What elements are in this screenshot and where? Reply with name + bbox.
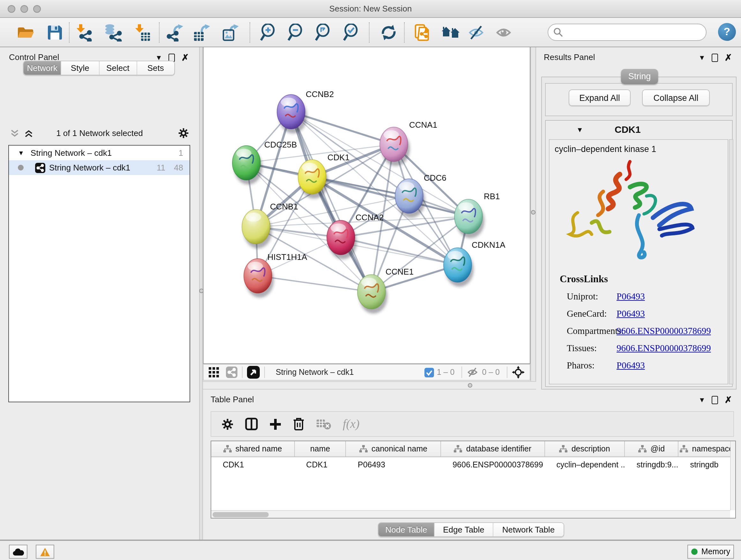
show-columns-icon[interactable] (245, 418, 258, 430)
network-row-selected[interactable]: String Network – cdk1 11 48 (9, 160, 190, 175)
selected-checkbox-icon[interactable] (425, 368, 434, 377)
toolbar-separator (250, 22, 250, 43)
control-panel-tabs: NetworkStyleSelectSets (23, 61, 175, 75)
panel-menu-icon[interactable]: ▼ (155, 54, 162, 61)
node-label-rb1: RB1 (484, 192, 500, 201)
network-node-ccne1[interactable] (357, 274, 387, 314)
network-edge[interactable] (258, 276, 372, 292)
table-vertical-scrollbar[interactable] (730, 441, 735, 510)
search-input[interactable] (548, 23, 706, 41)
column-header--id[interactable]: @id (625, 441, 679, 456)
table-cell[interactable]: CDK1 (211, 457, 294, 472)
apply-layout-button[interactable] (379, 23, 398, 42)
panel-menu-icon[interactable]: ▼ (698, 396, 705, 403)
gear-icon[interactable] (178, 128, 189, 138)
network-node-cdk1[interactable] (298, 160, 328, 199)
section-disclosure-icon[interactable]: ▼ (576, 126, 583, 133)
grid-view-icon[interactable] (209, 367, 219, 378)
table-row[interactable]: CDK1CDK1P064939606.ENSP00000378699cyclin… (211, 457, 735, 472)
float-panel-icon[interactable] (712, 53, 718, 62)
collection-disclosure-icon[interactable]: ▼ (18, 149, 24, 157)
left-splitter[interactable] (199, 47, 203, 540)
column-header-database-identifier[interactable]: database identifier (441, 441, 545, 456)
toolbar-separator (404, 22, 405, 43)
network-node-cdc25b[interactable] (232, 145, 262, 185)
column-header-canonical-name[interactable]: canonical name (346, 441, 441, 456)
open-session-button[interactable] (16, 23, 35, 42)
network-collection-row[interactable]: ▼ String Network – cdk1 1 (9, 145, 190, 160)
close-panel-icon[interactable]: ✗ (725, 395, 732, 405)
import-network-file-button[interactable] (74, 23, 93, 42)
tab-string[interactable]: String (621, 69, 658, 84)
network-node-ccnb2[interactable] (277, 95, 307, 133)
horizontal-splitter-handle[interactable] (468, 383, 472, 388)
network-canvas[interactable]: CCNB2CCNA1CDC25BCDK1CDC6RB1CCNB1CCNA2CDK… (203, 47, 530, 364)
tab-style[interactable]: Style (62, 61, 99, 75)
table-cell[interactable]: stringdb:9... (625, 457, 679, 472)
zoom-out-button[interactable] (286, 23, 305, 42)
network-column-icon (559, 445, 568, 453)
table-cell[interactable]: CDK1 (294, 457, 346, 472)
hide-selected-button[interactable] (467, 23, 486, 42)
show-all-networks-button[interactable] (441, 23, 460, 42)
node-label-ccna1: CCNA1 (409, 120, 437, 130)
new-network-from-selection-button[interactable] (414, 23, 433, 42)
close-panel-icon[interactable]: ✗ (182, 52, 189, 63)
share-view-icon[interactable] (226, 367, 238, 378)
pan-crosshair-icon[interactable] (512, 366, 525, 379)
delete-column-icon[interactable] (293, 418, 305, 430)
collapse-all-button[interactable]: Collapse All (642, 89, 710, 106)
close-panel-icon[interactable]: ✗ (725, 52, 732, 63)
table-cell[interactable]: cyclin–dependent ... (545, 457, 625, 472)
column-header-description[interactable]: description (545, 441, 625, 456)
tab-network[interactable]: Network (23, 61, 62, 75)
add-column-icon[interactable] (269, 418, 281, 430)
cloud-button[interactable] (9, 545, 27, 559)
results-scrollbar[interactable] (729, 139, 733, 384)
tab-network-table[interactable]: Network Table (493, 523, 563, 537)
tab-edge-table[interactable]: Edge Table (434, 523, 493, 537)
table-settings-gear-icon[interactable] (221, 418, 233, 430)
export-image-button[interactable] (221, 23, 240, 42)
table-cell[interactable]: stringdb (678, 457, 735, 472)
expand-all-button[interactable]: Expand All (569, 89, 630, 106)
memory-button[interactable]: Memory (687, 545, 734, 559)
show-hidden-button[interactable] (495, 23, 514, 42)
network-node-ccna2[interactable] (327, 220, 357, 259)
table-cell[interactable]: P06493 (346, 457, 441, 472)
export-network-button[interactable] (166, 23, 185, 42)
warnings-button[interactable] (36, 545, 54, 559)
network-edge[interactable] (341, 238, 458, 265)
birdseye-toggle-icon[interactable] (247, 366, 260, 379)
network-node-rb1[interactable] (455, 199, 484, 238)
save-session-button[interactable] (45, 23, 64, 42)
panel-menu-icon[interactable]: ▼ (698, 54, 705, 61)
zoom-fit-button[interactable] (313, 23, 333, 42)
crosslink-link[interactable]: P06493 (616, 308, 645, 319)
tab-select[interactable]: Select (99, 61, 137, 75)
export-table-button[interactable] (192, 23, 211, 42)
column-header-namespace[interactable]: namespace (678, 441, 735, 456)
zoom-in-button[interactable] (259, 23, 278, 42)
cdk1-section-header[interactable]: ▼ CDK1 (546, 121, 732, 139)
tab-node-table[interactable]: Node Table (379, 523, 434, 537)
float-panel-icon[interactable] (712, 395, 718, 404)
crosslink-link[interactable]: P06493 (616, 291, 645, 302)
column-header-name[interactable]: name (294, 441, 346, 456)
crosslink-link[interactable]: P06493 (616, 360, 645, 371)
crosslink-link[interactable]: 9606.ENSP00000378699 (616, 343, 711, 354)
network-edge[interactable] (291, 112, 372, 292)
help-button[interactable]: ? (718, 23, 736, 41)
zoom-selected-button[interactable] (341, 23, 360, 42)
network-node-hist1h1a[interactable] (244, 259, 274, 298)
import-table-file-button[interactable] (133, 23, 152, 42)
crosslink-link[interactable]: 9606.ENSP00000378699 (616, 326, 711, 336)
network-node-cdkn1a[interactable] (444, 248, 474, 287)
table-horizontal-scrollbar[interactable] (211, 510, 730, 518)
column-header-shared-name[interactable]: shared name (211, 441, 294, 456)
scrollbar-thumb[interactable] (212, 512, 269, 517)
right-splitter-handle[interactable] (531, 210, 536, 214)
table-cell[interactable]: 9606.ENSP00000378699 (441, 457, 545, 472)
import-network-database-button[interactable] (104, 23, 123, 42)
tab-sets[interactable]: Sets (137, 61, 175, 75)
